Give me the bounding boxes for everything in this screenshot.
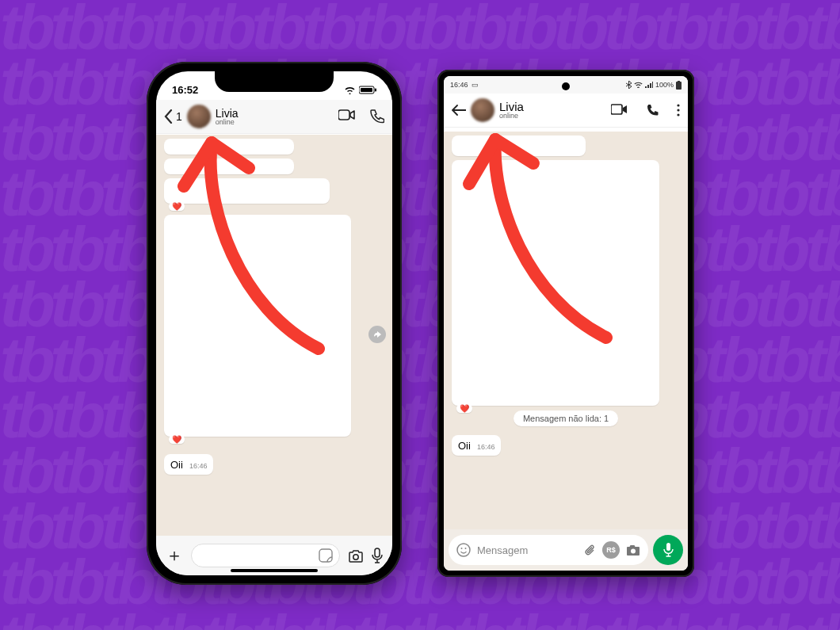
emoji-icon[interactable]: [456, 543, 471, 557]
video-call-icon[interactable]: [611, 104, 628, 117]
svg-point-14: [461, 548, 463, 549]
svg-rect-9: [611, 105, 622, 114]
voice-call-icon[interactable]: [646, 104, 659, 117]
chat-body[interactable]: ❤️ ❤️ Oii 16:46: [156, 135, 392, 536]
android-camera-punch: [562, 82, 570, 90]
message-time: 16:46: [189, 462, 208, 470]
camera-icon[interactable]: [626, 544, 640, 556]
unread-pill: Mensagem não lida: 1: [514, 410, 618, 426]
voice-call-icon[interactable]: [370, 109, 384, 124]
svg-point-16: [631, 548, 636, 553]
message-bubble[interactable]: ❤️: [452, 160, 659, 406]
sticker-icon[interactable]: [319, 548, 333, 563]
back-icon[interactable]: [164, 109, 173, 124]
contact-name-block[interactable]: Livia online: [499, 101, 606, 120]
iphone-screen: 16:52 1 Livia online ❤️: [156, 71, 392, 575]
bluetooth-icon: [626, 81, 632, 89]
message-bubble[interactable]: [164, 139, 294, 155]
message-bubble[interactable]: Oii 16:46: [452, 435, 501, 456]
svg-rect-17: [666, 543, 670, 551]
signal-icon: [645, 82, 653, 88]
back-icon[interactable]: [452, 105, 466, 116]
svg-point-5: [353, 554, 358, 559]
contact-name-block[interactable]: Livia online: [216, 108, 334, 126]
forward-icon[interactable]: [368, 326, 386, 343]
svg-point-10: [677, 104, 679, 106]
iphone-notch: [215, 71, 334, 92]
chat-header[interactable]: 1 Livia online: [156, 100, 392, 134]
attach-icon[interactable]: [584, 544, 596, 557]
svg-point-12: [677, 113, 679, 116]
chat-header[interactable]: Livia online: [444, 94, 688, 128]
message-text: Oii: [170, 459, 183, 471]
svg-rect-6: [375, 548, 380, 557]
svg-point-11: [677, 109, 679, 111]
background-pattern: tbtbtbtbtbtbtbtbtbtbtbtbtbtbtbtbtbtbtbtb…: [0, 0, 840, 630]
message-time: 16:46: [477, 443, 495, 451]
camera-icon[interactable]: [348, 549, 364, 563]
more-icon[interactable]: [677, 104, 680, 117]
wifi-icon: [344, 86, 356, 94]
heart-reaction-icon[interactable]: ❤️: [169, 202, 185, 211]
back-count: 1: [176, 110, 182, 123]
svg-rect-7: [676, 82, 682, 90]
contact-name: Livia: [216, 108, 334, 119]
battery-icon: [676, 81, 682, 90]
heart-reaction-icon[interactable]: ❤️: [169, 435, 185, 444]
message-text: Oii: [458, 440, 471, 452]
chat-body[interactable]: ❤️ Mensagem não lida: 1 Oii 16:46: [444, 132, 688, 529]
contact-status: online: [216, 119, 334, 126]
video-call-icon[interactable]: [338, 109, 356, 124]
svg-rect-4: [319, 549, 332, 562]
message-bubble[interactable]: Oii 16:46: [164, 454, 213, 475]
avatar[interactable]: [187, 105, 211, 128]
message-bubble[interactable]: [164, 158, 294, 174]
message-bubble[interactable]: ❤️: [164, 178, 330, 204]
svg-point-15: [465, 548, 467, 549]
android-screen: 16:46 ▭ 100% Livia online: [444, 76, 688, 571]
contact-status: online: [499, 113, 606, 120]
message-input[interactable]: Mensagem R$: [449, 535, 648, 565]
svg-rect-3: [338, 110, 349, 120]
svg-point-13: [457, 544, 470, 556]
notification-icon: ▭: [472, 81, 479, 89]
message-bubble[interactable]: ❤️: [164, 215, 351, 437]
iphone-frame: 16:52 1 Livia online ❤️: [147, 62, 402, 585]
battery-icon: [359, 86, 376, 94]
svg-rect-2: [375, 88, 376, 91]
android-frame: 16:46 ▭ 100% Livia online: [437, 70, 694, 577]
wifi-icon: [634, 82, 643, 88]
mic-button[interactable]: [653, 535, 683, 565]
message-input[interactable]: [191, 544, 340, 567]
svg-rect-8: [678, 81, 680, 82]
plus-icon[interactable]: ＋: [166, 544, 183, 567]
ios-clock: 16:52: [172, 84, 198, 96]
payment-icon[interactable]: R$: [602, 541, 620, 559]
battery-percent: 100%: [655, 81, 674, 89]
svg-rect-1: [361, 88, 372, 92]
contact-name: Livia: [499, 101, 606, 113]
android-clock: 16:46: [450, 81, 468, 89]
mic-icon[interactable]: [372, 548, 383, 563]
message-bubble[interactable]: [452, 136, 586, 156]
message-input-bar: Mensagem R$: [444, 529, 688, 571]
input-placeholder: Mensagem: [477, 544, 578, 556]
home-indicator[interactable]: [231, 569, 318, 572]
heart-reaction-icon[interactable]: ❤️: [456, 404, 472, 413]
avatar[interactable]: [471, 98, 494, 122]
